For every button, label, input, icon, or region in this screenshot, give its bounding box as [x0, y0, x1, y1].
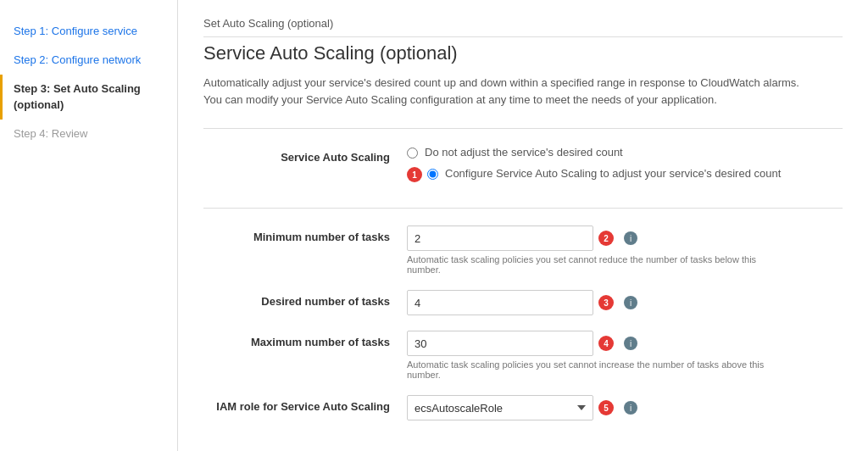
iam-role-label: IAM role for Service Auto Scaling — [203, 395, 407, 413]
max-tasks-hint: Automatic task scaling policies you set … — [407, 359, 780, 380]
min-tasks-control: 2 i Automatic task scaling policies you … — [407, 226, 831, 275]
radio-configure-input[interactable] — [427, 169, 438, 180]
sidebar: Step 1: Configure service Step 2: Config… — [0, 0, 178, 451]
main-content: Set Auto Scaling (optional) Service Auto… — [178, 0, 868, 451]
desired-tasks-info-icon[interactable]: i — [624, 296, 637, 309]
sidebar-item-step3[interactable]: Step 3: Set Auto Scaling (optional) — [0, 75, 177, 119]
sidebar-item-step4: Step 4: Review — [0, 120, 177, 148]
page-subtitle: Set Auto Scaling (optional) — [203, 17, 843, 37]
max-tasks-row: Maximum number of tasks 4 i Automatic ta… — [203, 331, 843, 380]
radio-no-adjust[interactable]: Do not adjust the service's desired coun… — [407, 146, 831, 159]
badge-5: 5 — [598, 400, 614, 415]
desired-tasks-label: Desired number of tasks — [203, 290, 407, 308]
max-tasks-info-icon[interactable]: i — [624, 337, 637, 350]
divider-top — [203, 128, 843, 129]
max-tasks-control: 4 i Automatic task scaling policies you … — [407, 331, 831, 380]
iam-role-control: ecsAutoscaleRole AmazonECSAutoscaleRole … — [407, 395, 831, 420]
sidebar-step3-label: Step 3: Set Auto Scaling (optional) — [14, 81, 164, 112]
sidebar-step1-label: Step 1: Configure service — [14, 24, 137, 39]
badge-3: 3 — [598, 295, 614, 310]
iam-role-input-group: ecsAutoscaleRole AmazonECSAutoscaleRole … — [407, 395, 831, 420]
badge-4: 4 — [598, 336, 614, 351]
min-tasks-row: Minimum number of tasks 2 i Automatic ta… — [203, 226, 843, 275]
sidebar-item-step1[interactable]: Step 1: Configure service — [0, 17, 177, 46]
iam-role-info-icon[interactable]: i — [624, 401, 637, 415]
max-tasks-input-group: 4 i — [407, 331, 831, 356]
desired-tasks-input[interactable] — [407, 290, 593, 315]
radio-configure[interactable]: 1 Configure Service Auto Scaling to adju… — [407, 167, 831, 182]
max-tasks-input[interactable] — [407, 331, 593, 356]
scaling-radio-group: Do not adjust the service's desired coun… — [407, 146, 831, 191]
sidebar-item-step2[interactable]: Step 2: Configure network — [0, 46, 177, 75]
min-tasks-info-icon[interactable]: i — [624, 231, 637, 245]
min-tasks-input-group: 2 i — [407, 226, 831, 251]
badge-2: 2 — [598, 231, 614, 246]
radio-no-adjust-label: Do not adjust the service's desired coun… — [425, 146, 623, 159]
max-tasks-label: Maximum number of tasks — [203, 331, 407, 348]
desired-tasks-control: 3 i — [407, 290, 831, 315]
page-description: Automatically adjust your service's desi… — [203, 75, 814, 108]
sidebar-step4-label: Step 4: Review — [14, 126, 87, 142]
iam-role-select[interactable]: ecsAutoscaleRole AmazonECSAutoscaleRole — [407, 395, 593, 420]
desired-tasks-row: Desired number of tasks 3 i — [203, 290, 843, 315]
radio-no-adjust-input[interactable] — [407, 148, 418, 159]
scaling-label: Service Auto Scaling — [203, 146, 407, 164]
page-title: Service Auto Scaling (optional) — [203, 42, 843, 64]
iam-role-row: IAM role for Service Auto Scaling ecsAut… — [203, 395, 843, 420]
scaling-radio-row: Service Auto Scaling Do not adjust the s… — [203, 146, 843, 191]
min-tasks-hint: Automatic task scaling policies you set … — [407, 254, 780, 275]
radio-configure-label: Configure Service Auto Scaling to adjust… — [445, 167, 781, 180]
min-tasks-label: Minimum number of tasks — [203, 226, 407, 243]
sidebar-step2-label: Step 2: Configure network — [14, 53, 141, 68]
badge-1: 1 — [407, 167, 422, 182]
min-tasks-input[interactable] — [407, 226, 593, 251]
divider-middle — [203, 208, 843, 209]
desired-tasks-input-group: 3 i — [407, 290, 831, 315]
